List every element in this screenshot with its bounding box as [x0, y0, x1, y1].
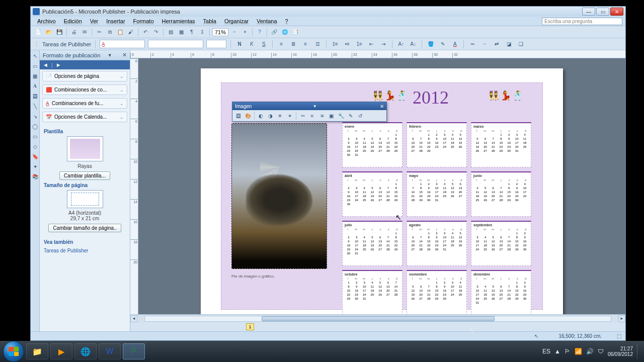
special-chars-icon[interactable]: ‡: [198, 28, 207, 37]
pilcrow-icon[interactable]: ¶: [187, 28, 196, 37]
section-page-options[interactable]: 📄Opciones de página⌄: [42, 71, 127, 81]
redo-icon[interactable]: ↷: [151, 28, 160, 37]
taskbar-chrome-icon[interactable]: 🌐: [74, 343, 97, 359]
tray-action-center-icon[interactable]: 🏳: [565, 348, 571, 355]
reset-picture-icon[interactable]: ↺: [356, 112, 364, 120]
change-pagesize-button[interactable]: Cambiar tamaño de página..: [48, 224, 121, 232]
maximize-button[interactable]: ▭: [596, 8, 609, 16]
web-preview-icon[interactable]: 🌐: [280, 28, 289, 37]
toolbar-options-icon[interactable]: ▼: [313, 104, 317, 109]
font-name-combo[interactable]: [148, 40, 203, 48]
section-font-schemes[interactable]: A̲Combinaciones de fu...⌄: [42, 98, 127, 109]
research-icon[interactable]: 📑: [291, 28, 300, 37]
paste-icon[interactable]: 📋: [116, 28, 125, 37]
menu-tabla[interactable]: Tabla: [200, 17, 220, 25]
close-button[interactable]: ✕: [610, 8, 623, 16]
calendar-photo[interactable]: [231, 123, 327, 269]
change-template-button[interactable]: Cambiar plantilla...: [59, 171, 110, 180]
line-border-icon[interactable]: ≡: [308, 112, 316, 120]
taskbar-media-icon[interactable]: ▶: [50, 343, 72, 359]
compress-icon[interactable]: ✕̵: [317, 112, 326, 120]
publisher-tasks-link[interactable]: Tareas de Publisher: [44, 248, 126, 253]
align-left-icon[interactable]: ≡: [277, 40, 286, 49]
shadow-icon[interactable]: ◪: [504, 40, 513, 49]
nav-fwd-icon[interactable]: ►: [56, 62, 61, 68]
picture-toolbar-title[interactable]: Imagen ▼ ✕: [232, 102, 386, 110]
font-size-combo[interactable]: [206, 40, 226, 48]
wordart-tool-icon[interactable]: 𝐀: [32, 82, 39, 89]
pointer-tool-icon[interactable]: ↖: [32, 52, 39, 59]
more-contrast-icon[interactable]: ◐: [257, 112, 265, 120]
align-center-icon[interactable]: ≣: [289, 40, 298, 49]
horizontal-scrollbar[interactable]: ◄ ►: [130, 314, 625, 322]
tray-lang[interactable]: ES: [542, 348, 550, 355]
start-button[interactable]: [3, 341, 24, 362]
month-febrero[interactable]: febrerolmmjvsd 1234567891011121314151617…: [407, 122, 467, 167]
line-spacing-icon[interactable]: ‡≡: [331, 40, 340, 49]
fill-color-icon[interactable]: 🪣: [426, 40, 435, 49]
tray-volume-icon[interactable]: 🔊: [586, 348, 594, 355]
section-calendar-options[interactable]: 📅Opciones de Calenda...⌄: [42, 112, 127, 122]
text-wrap-icon[interactable]: ▣: [327, 112, 336, 120]
font-color-icon[interactable]: A: [450, 40, 459, 49]
crop-icon[interactable]: ✂: [298, 112, 307, 120]
dash-style-icon[interactable]: ┄: [480, 40, 489, 49]
align-right-icon[interactable]: ≡: [301, 40, 310, 49]
arrow-tool-icon[interactable]: ↘: [32, 113, 39, 120]
month-junio[interactable]: juniolmmjvsd 123456789101112131415161718…: [471, 171, 531, 217]
month-septiembre[interactable]: septiembrelmmjvsd 1234567891011121314151…: [471, 221, 531, 266]
tray-network-icon[interactable]: 📶: [575, 348, 582, 355]
taskpane-dropdown-icon[interactable]: ▼: [108, 53, 112, 58]
columns-icon[interactable]: ▦: [177, 28, 186, 37]
taskbar-word-icon[interactable]: W: [99, 343, 121, 359]
month-marzo[interactable]: marzolmmjvsd 123456789101112131415161718…: [471, 122, 531, 167]
menu-formato[interactable]: Formato: [130, 17, 157, 25]
less-brightness-icon[interactable]: ✶: [285, 112, 294, 120]
menu-insertar[interactable]: Insertar: [103, 17, 128, 25]
month-mayo[interactable]: mayolmmjvsd 1234567891011121314151617181…: [407, 171, 467, 217]
month-agosto[interactable]: agostolmmjvsd 12345678910111213141516171…: [407, 221, 467, 266]
font-combo[interactable]: A̲: [100, 40, 145, 48]
numbering-icon[interactable]: 1≡: [355, 40, 364, 49]
month-diciembre[interactable]: diciembrelmmjvsd 12345678910111213141516…: [471, 270, 531, 314]
zoom-in-icon[interactable]: +: [240, 28, 250, 37]
insert-picture-icon[interactable]: 🖼: [234, 112, 243, 120]
menu-organizar[interactable]: Organizar: [221, 17, 252, 25]
shrink-font-icon[interactable]: A↓: [409, 40, 418, 49]
menu-help[interactable]: ?: [282, 17, 292, 25]
link-icon[interactable]: 🔗: [270, 28, 279, 37]
textbox-tool-icon[interactable]: ▭: [32, 62, 39, 69]
horizontal-ruler[interactable]: 02468101214161820222426283032: [130, 50, 625, 58]
bookmark-tool-icon[interactable]: 🔖: [32, 153, 39, 160]
italic-icon[interactable]: K: [247, 40, 256, 49]
format-picture-icon[interactable]: 🔧: [337, 112, 345, 120]
shapes-tool-icon[interactable]: ◇: [32, 143, 39, 150]
tray-flag-up-icon[interactable]: ▲: [554, 348, 560, 355]
menu-ventana[interactable]: Ventana: [253, 17, 280, 25]
pagesize-thumbnail[interactable]: [67, 190, 103, 208]
page-tab-1[interactable]: 1: [246, 323, 254, 330]
rect-tool-icon[interactable]: ▭: [32, 133, 39, 140]
minimize-button[interactable]: —: [582, 8, 595, 16]
taskpane-close-icon[interactable]: ✕: [122, 52, 127, 58]
menu-ver[interactable]: Ver: [87, 17, 102, 25]
taskbar-explorer-icon[interactable]: 📁: [26, 343, 48, 359]
grip-icon[interactable]: ⋮: [34, 41, 39, 47]
arrow-style-icon[interactable]: ⇄: [492, 40, 501, 49]
outdent-icon[interactable]: ⇤: [367, 40, 376, 49]
grow-font-icon[interactable]: A↑: [396, 40, 406, 49]
bold-icon[interactable]: N: [235, 40, 244, 49]
month-julio[interactable]: juliolmmjvsd 123456789101112131415161718…: [342, 221, 403, 266]
more-brightness-icon[interactable]: ☀: [276, 112, 284, 120]
month-abril[interactable]: abrillmmjvsd 123456789101112131415161718…: [342, 171, 403, 217]
cut-icon[interactable]: ✂: [95, 28, 104, 37]
justify-icon[interactable]: ☰: [313, 40, 322, 49]
picture-tool-icon[interactable]: 🖼: [32, 93, 39, 100]
scroll-left-icon[interactable]: ◄: [130, 315, 137, 322]
picture-toolbar[interactable]: Imagen ▼ ✕ 🖼 🎨 ◐ ◑ ☀ ✶ ✂ ≡ ✕̵ ▣ 🔧 ✎ ↺: [232, 102, 387, 122]
menu-edicion[interactable]: Edición: [60, 17, 86, 25]
tray-clock[interactable]: 21:27 06/09/2012: [608, 346, 633, 357]
show-desktop-button[interactable]: [637, 343, 641, 359]
underline-icon[interactable]: S: [259, 40, 268, 49]
save-icon[interactable]: 💾: [55, 28, 64, 37]
